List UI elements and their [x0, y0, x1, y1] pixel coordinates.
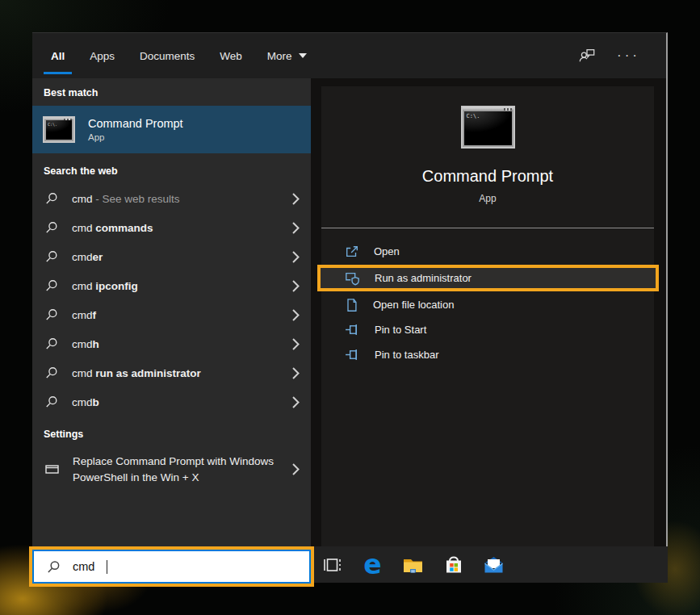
search-icon	[45, 308, 58, 321]
settings-label: Settings	[32, 416, 311, 447]
web-suggestion-row[interactable]: cmdh	[32, 329, 311, 358]
search-filter-tabs: All Apps Documents Web More ···	[32, 33, 666, 78]
command-prompt-icon-large: C:\.	[461, 106, 515, 149]
search-icon	[45, 250, 58, 263]
web-suggestion-row[interactable]: cmdf	[32, 300, 311, 329]
action-open-file-location[interactable]: Open file location	[321, 292, 654, 317]
tab-documents[interactable]: Documents	[132, 33, 202, 78]
web-suggestion-row[interactable]: cmd commands	[32, 213, 311, 242]
web-suggestion-row[interactable]: cmd - See web results	[32, 184, 311, 213]
preview-title: Command Prompt	[422, 167, 553, 186]
chevron-right-icon[interactable]	[292, 309, 300, 321]
results-column: Best match C:\. Command Prompt App Searc…	[32, 78, 311, 546]
chevron-right-icon[interactable]	[292, 280, 300, 292]
tab-web[interactable]: Web	[212, 33, 249, 78]
text-cursor	[107, 560, 107, 574]
chevron-right-icon[interactable]	[292, 222, 300, 234]
pin-icon	[345, 323, 360, 337]
best-match-result[interactable]: C:\. Command Prompt App	[32, 106, 311, 153]
tab-more[interactable]: More	[260, 33, 314, 78]
taskbar: cmd e	[32, 546, 668, 583]
web-suggestion-row[interactable]: cmdb	[32, 387, 311, 416]
search-icon	[45, 192, 58, 205]
command-prompt-icon: C:\.	[43, 116, 75, 143]
chevron-right-icon[interactable]	[292, 338, 300, 350]
divider	[321, 228, 654, 228]
chevron-right-icon[interactable]	[292, 396, 300, 408]
mail-icon[interactable]	[483, 554, 505, 575]
open-icon	[345, 245, 359, 259]
search-flyout-window: All Apps Documents Web More ··· Best mat…	[32, 32, 668, 546]
search-icon	[45, 366, 58, 379]
search-box-annotation: cmd	[29, 546, 314, 587]
best-match-title: Command Prompt	[88, 117, 183, 130]
action-pin-to-taskbar[interactable]: Pin to taskbar	[321, 342, 654, 367]
preview-panel: C:\. Command Prompt App Open	[321, 86, 654, 546]
search-icon	[45, 337, 58, 350]
web-suggestion-row[interactable]: cmd run as administrator	[32, 358, 311, 387]
run-as-admin-icon	[345, 270, 360, 286]
best-match-type: App	[88, 132, 183, 142]
search-icon	[47, 560, 61, 574]
settings-result-text: Replace Command Prompt with Windows Powe…	[73, 454, 279, 485]
search-icon	[45, 395, 58, 408]
web-suggestion-row[interactable]: cmd ipconfig	[32, 271, 311, 300]
task-view-icon[interactable]	[321, 554, 343, 575]
tab-all[interactable]: All	[44, 33, 72, 78]
web-suggestion-row[interactable]: cmder	[32, 242, 311, 271]
chevron-right-icon[interactable]	[292, 251, 300, 263]
chevron-right-icon[interactable]	[292, 463, 300, 475]
best-match-label: Best match	[32, 78, 311, 106]
action-run-as-administrator[interactable]: Run as administrator	[317, 265, 659, 291]
pin-icon	[345, 348, 360, 362]
taskbar-search-input[interactable]: cmd	[32, 550, 311, 584]
settings-result-row[interactable]: Replace Command Prompt with Windows Powe…	[32, 447, 311, 492]
window-icon	[45, 464, 59, 475]
file-location-icon	[345, 298, 358, 312]
edge-browser-icon[interactable]: e	[362, 554, 384, 575]
tab-more-label: More	[267, 50, 292, 62]
tab-apps[interactable]: Apps	[82, 33, 122, 78]
chevron-right-icon[interactable]	[292, 367, 300, 379]
feedback-icon[interactable]	[578, 47, 596, 65]
microsoft-store-icon[interactable]	[442, 554, 464, 575]
search-web-label: Search the web	[32, 153, 311, 184]
action-pin-to-start[interactable]: Pin to Start	[321, 317, 654, 342]
chevron-down-icon	[299, 53, 307, 58]
more-options-icon[interactable]: ···	[617, 52, 640, 60]
search-icon	[45, 221, 58, 234]
chevron-right-icon[interactable]	[292, 193, 300, 205]
preview-region: C:\. Command Prompt App Open	[311, 78, 666, 546]
action-open[interactable]: Open	[321, 239, 654, 264]
search-icon	[45, 279, 58, 292]
search-input-value: cmd	[73, 560, 94, 573]
file-explorer-icon[interactable]	[402, 554, 424, 575]
preview-type: App	[479, 193, 496, 204]
